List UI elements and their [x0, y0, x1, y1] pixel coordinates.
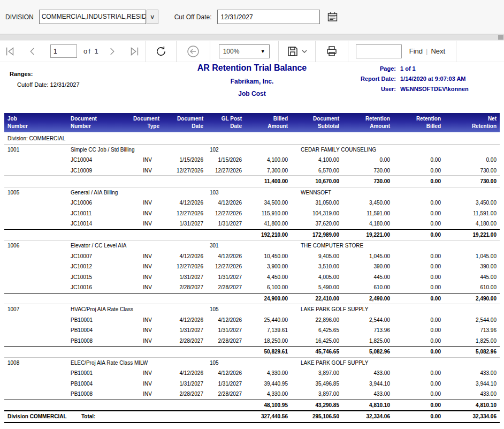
- print-button[interactable]: [325, 45, 338, 58]
- table-row: PB10004INV1/31/20271/31/202739,440.9535,…: [4, 379, 500, 389]
- next-button[interactable]: Next: [431, 47, 445, 55]
- total-row: Division COMMERCIALTotal:327,440.56295,1…: [4, 411, 500, 423]
- subtotal-row: 24,900.0022,410.002,490.000.002,490.00: [4, 293, 500, 304]
- column-header: JobNumber: [4, 113, 67, 132]
- table-row: JC10015INV1/31/20271/31/20274,450.004,00…: [4, 272, 500, 283]
- save-icon: [286, 45, 299, 58]
- table-row: JC10014INV1/31/20271/31/202741,800.0037,…: [4, 219, 500, 229]
- column-header: GL PostDate: [207, 113, 245, 132]
- division-row: Division: COMMERCIAL: [4, 132, 500, 144]
- last-page-icon: [128, 46, 140, 57]
- zoom-select[interactable]: 100% ▼: [219, 44, 270, 58]
- column-header: BilledAmount: [245, 113, 291, 132]
- report-toolbar: of 1: [0, 41, 504, 62]
- subtotal-row: 50,829.6145,746.655,082.960.005,082.96: [4, 347, 500, 358]
- find-button[interactable]: Find: [409, 47, 423, 55]
- chevron-down-icon[interactable]: ˅: [147, 10, 158, 24]
- subtotal-row: 192,210.00172,989.0019,221.000.0019,221.…: [4, 229, 500, 240]
- column-header: RetentionBilled: [393, 113, 444, 132]
- next-page-icon: [107, 47, 117, 56]
- column-header: DocumentSubtotal: [291, 113, 342, 132]
- job-header-row: 1001Simple CC Job / Std Billing102CEDAR …: [4, 144, 500, 155]
- retention-table: JobNumberDocumentNumberDocumentTypeDocum…: [4, 113, 500, 423]
- report-page: Ranges: Cutoff Date: 12/31/2027 AR Reten…: [0, 62, 504, 423]
- table-row: JC10011INV12/27/202612/27/2026115,910.00…: [4, 208, 500, 219]
- page-count-label: of 1: [83, 47, 100, 55]
- last-page-button[interactable]: [128, 46, 140, 57]
- back-arrow-icon: [186, 44, 200, 58]
- previous-page-button[interactable]: [28, 47, 37, 56]
- page-label: Page:: [347, 65, 396, 72]
- scrollbar-thumb[interactable]: [498, 35, 503, 40]
- page-value: 1 of 1: [400, 65, 469, 72]
- table-row: JC10004INV1/15/20261/15/20264,100.004,10…: [4, 155, 500, 165]
- zoom-value: 100%: [223, 48, 240, 55]
- find-input[interactable]: [356, 44, 402, 58]
- column-header: DocumentNumber: [67, 113, 124, 132]
- refresh-button[interactable]: [155, 45, 167, 58]
- chevron-down-icon: ▼: [261, 49, 265, 54]
- first-page-icon: [4, 46, 16, 57]
- table-row: PB10001INV4/12/20264/12/202625,440.0022,…: [4, 315, 500, 326]
- table-row: PB10001INV4/12/20264/12/20264,330.003,89…: [4, 368, 500, 379]
- page-number-input[interactable]: [50, 44, 77, 58]
- report-meta: Page: 1 of 1 Report Date: 1/14/2020 at 9…: [347, 65, 469, 92]
- export-save-button[interactable]: [286, 45, 308, 58]
- job-header-row: 1005General / AIA Billing103WENNSOFT: [4, 187, 500, 198]
- printer-icon: [325, 45, 338, 58]
- job-header-row: 1007HVAC/Proj AIA Rate Class105LAKE PARK…: [4, 304, 500, 315]
- table-row: JC10009INV12/27/202612/27/20267,300.006,…: [4, 165, 500, 176]
- report-date-label: Report Date:: [347, 76, 396, 82]
- column-header: DocumentDate: [163, 113, 207, 132]
- table-row: JC10012INV12/27/202612/27/20263,900.003,…: [4, 261, 500, 272]
- back-button[interactable]: [186, 44, 200, 58]
- column-header: NetRetention: [444, 113, 500, 132]
- division-dropdown-value[interactable]: COMMERCIAL,INDUSTRIAL,RESID: [39, 10, 146, 24]
- table-header-row: JobNumberDocumentNumberDocumentTypeDocum…: [4, 113, 500, 132]
- find-next-divider: |: [426, 47, 427, 55]
- parameter-pane-scrollbar[interactable]: [0, 34, 504, 41]
- column-header: DocumentType: [124, 113, 163, 132]
- table-row: PB10008INV2/28/20272/28/202718,250.0016,…: [4, 336, 500, 347]
- user-value: WENNSOFTDEV\konnen: [400, 86, 469, 92]
- parameter-pane: DIVISION COMMERCIAL,INDUSTRIAL,RESID ˅ C…: [0, 0, 504, 34]
- previous-page-icon: [28, 47, 37, 56]
- calendar-icon: [327, 12, 338, 22]
- report-date-value: 1/14/2020 at 9:07:03 AM: [400, 76, 469, 82]
- total-division-label: Division COMMERCIAL: [7, 413, 81, 420]
- subtotal-row: 48,100.9543,290.854,810.100.004,810.10: [4, 400, 500, 411]
- table-row: JC10006INV4/12/20264/12/202634,500.0031,…: [4, 198, 500, 208]
- total-label: Total:: [81, 413, 95, 419]
- user-label: User:: [347, 86, 396, 92]
- refresh-icon: [155, 45, 167, 58]
- table-row: JC10007INV4/12/20264/12/202610,450.009,4…: [4, 251, 500, 262]
- calendar-button[interactable]: [327, 12, 338, 22]
- table-row: PB10004INV1/31/20271/31/20277,139.616,42…: [4, 325, 500, 336]
- table-row: JC10016INV2/28/20272/28/20276,100.005,49…: [4, 282, 500, 293]
- job-header-row: 1008ELEC/Proj AIA Rate Class MILW105LAKE…: [4, 357, 500, 368]
- table-row: PB10008INV2/28/20272/28/20274,330.003,89…: [4, 389, 500, 400]
- division-label: DIVISION: [5, 13, 34, 21]
- first-page-button[interactable]: [4, 46, 16, 57]
- report-viewer-window: DIVISION COMMERCIAL,INDUSTRIAL,RESID ˅ C…: [0, 0, 504, 423]
- subtotal-row: 11,400.0010,670.00730.000.00730.00: [4, 176, 500, 187]
- save-chevron-icon: [301, 48, 308, 55]
- report-header: Ranges: Cutoff Date: 12/31/2027 AR Reten…: [0, 62, 504, 113]
- cutoff-date-label: Cut Off Date:: [174, 13, 212, 21]
- cutoff-date-input[interactable]: [217, 10, 320, 24]
- next-page-button[interactable]: [107, 47, 117, 56]
- toolbar-separator: [456, 41, 456, 62]
- job-header-row: 1006Elevator / CC Level AIA301THE COMPUT…: [4, 240, 500, 251]
- division-dropdown[interactable]: COMMERCIAL,INDUSTRIAL,RESID ˅: [39, 10, 158, 24]
- column-header: RetentionAmount: [342, 113, 393, 132]
